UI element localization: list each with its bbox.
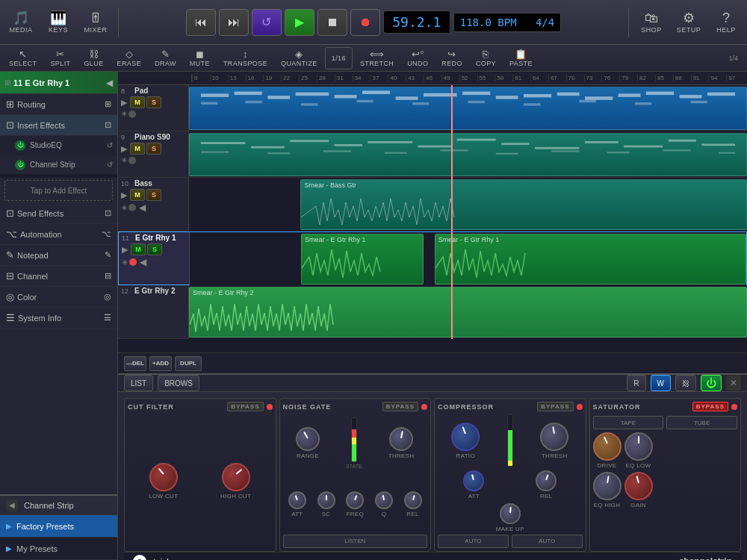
rewind-button[interactable]: ⏮ — [186, 9, 216, 36]
clip-egtr1-2[interactable]: Smear - E Gtr Rhy 1 — [435, 234, 746, 284]
track-content-egtr1[interactable]: Smear - E Gtr Rhy 1 Smear - E Gtr Rhy 1 — [190, 232, 746, 286]
track-egtr1-arrow[interactable]: ▶ — [122, 245, 128, 255]
play-button[interactable]: ▶ — [285, 9, 314, 36]
track-pad-record-dot[interactable] — [128, 111, 136, 118]
high-cut-knob[interactable] — [222, 463, 250, 491]
list-button[interactable]: LIST — [124, 375, 153, 391]
preset-item-my-presets[interactable]: ▶ My Presets — [0, 538, 117, 560]
undo-tool[interactable]: ↩°UNDO — [401, 47, 434, 69]
forward-button[interactable]: ⏭ — [219, 9, 249, 36]
duplicate-button[interactable]: DUPL — [175, 356, 202, 371]
select-tool[interactable]: ↖SELECT — [3, 47, 43, 69]
sidebar-item-notepad[interactable]: ✎ Notepad ✎ — [0, 245, 117, 266]
clip-egtr2[interactable]: Smear - E Gtr Rhy 2 — [189, 287, 747, 337]
noise-gate-bypass[interactable]: BYPASS — [382, 402, 418, 411]
preset-collapse-button[interactable]: ◀ — [6, 500, 18, 511]
toolbar-mixer[interactable]: 🎚 MIXER — [78, 2, 114, 43]
sidebar-item-color[interactable]: ◎ Color ◎ — [0, 287, 117, 308]
makeup-knob[interactable] — [500, 503, 521, 524]
track-pad-mute[interactable]: M — [130, 96, 145, 108]
track-content-bass[interactable]: Smear - Bass Gtr — [189, 178, 747, 231]
track-bass-record-dot[interactable] — [128, 204, 136, 211]
copy-tool[interactable]: ⎘COPY — [470, 47, 502, 69]
add-effect-button[interactable]: Tap to Add Effect — [4, 180, 113, 201]
low-cut-knob[interactable] — [149, 463, 178, 491]
track-egtr1-mute[interactable]: M — [131, 243, 146, 255]
delete-button[interactable]: —DEL — [124, 356, 146, 371]
track-bass-arrow[interactable]: ▶ — [121, 190, 127, 200]
plugin-studio-eq[interactable]: ⏻ StudioEQ ↺ — [0, 136, 117, 155]
compressor-bypass[interactable]: BYPASS — [537, 402, 573, 411]
thresh-comp-knob[interactable] — [540, 423, 568, 451]
track-bass-solo[interactable]: S — [146, 189, 161, 201]
toolbar-keys[interactable]: 🎹 KEYS — [40, 2, 76, 43]
track-piano-record-dot[interactable] — [128, 157, 136, 164]
draw-tool[interactable]: ✎DRAW — [149, 47, 182, 69]
rel-ng-knob[interactable] — [404, 491, 422, 509]
plugin-channel-strip[interactable]: ⏻ Channel Strip ↺ — [0, 155, 117, 175]
eq-high-knob[interactable] — [593, 472, 622, 500]
record-button[interactable]: ⏺ — [350, 9, 380, 36]
brows-button[interactable]: BROWS — [158, 375, 199, 391]
att-ng-knob[interactable] — [288, 491, 306, 509]
studio-eq-power[interactable]: ⏻ — [15, 140, 25, 151]
eq-low-knob[interactable] — [624, 432, 653, 461]
power-button[interactable]: ⏻ — [701, 375, 722, 391]
track-bass-mute[interactable]: M — [130, 189, 145, 201]
range-knob[interactable] — [296, 427, 320, 451]
transpose-tool[interactable]: ↕TRANSPOSE — [217, 47, 273, 69]
track-piano-mute[interactable]: M — [130, 143, 145, 155]
track-pad-solo[interactable]: S — [146, 96, 161, 108]
auto-makeup-button[interactable]: AUTO — [512, 535, 583, 548]
listen-button[interactable]: LISTEN — [283, 535, 428, 548]
clip-bass[interactable]: Smear - Bass Gtr — [300, 179, 747, 230]
track-piano-arrow[interactable]: ▶ — [121, 144, 127, 154]
auto-button[interactable]: AUTO — [438, 535, 509, 548]
freq-knob[interactable] — [346, 491, 364, 509]
gain-knob[interactable] — [624, 472, 653, 500]
track-egtr1-solo[interactable]: S — [147, 243, 162, 255]
erase-tool[interactable]: ◇ERASE — [111, 47, 148, 69]
chain-button[interactable]: ⛓ — [675, 375, 696, 391]
add-button[interactable]: +ADD — [149, 356, 172, 371]
quantize-value[interactable]: 1/16 — [325, 47, 353, 69]
stretch-tool[interactable]: ⟺STRETCH — [354, 47, 400, 69]
track-content-piano[interactable] — [189, 131, 747, 178]
split-tool[interactable]: ✂SPLIT — [44, 47, 76, 69]
glue-tool[interactable]: ⛓GLUE — [78, 47, 109, 69]
quantize-tool[interactable]: ◈QUANTIZE — [275, 47, 323, 69]
clip-pad[interactable] — [189, 87, 747, 130]
clip-piano[interactable] — [189, 133, 747, 176]
track-content-egtr2[interactable]: Smear - E Gtr Rhy 2 — [189, 285, 747, 339]
toolbar-setup[interactable]: ⚙ SETUP — [671, 2, 707, 43]
q-knob[interactable] — [375, 491, 393, 509]
track-content-pad[interactable] — [189, 85, 747, 131]
sidebar-item-channel[interactable]: ⊟ Channel ⊟ — [0, 266, 117, 287]
tube-button[interactable]: TUBE — [666, 416, 737, 429]
rel-comp-knob[interactable] — [536, 470, 557, 491]
track-egtr1-record-dot[interactable] — [129, 258, 137, 266]
selected-track-header[interactable]: ⊞ 11 E Gtr Rhy 1 ◀ — [0, 72, 117, 94]
clip-egtr1-1[interactable]: Smear - E Gtr Rhy 1 — [301, 234, 424, 284]
drive-knob[interactable] — [593, 432, 622, 461]
track-pad-arrow[interactable]: ▶ — [121, 98, 127, 108]
loop-button[interactable]: ↺ — [252, 9, 282, 36]
saturator-bypass[interactable]: BYPASS — [692, 402, 728, 411]
tape-button[interactable]: TAPE — [593, 416, 664, 429]
mute-tool[interactable]: ◼MUTE — [184, 47, 216, 69]
sc-knob[interactable] — [317, 491, 335, 509]
w-button[interactable]: W — [651, 375, 671, 391]
att-comp-knob[interactable] — [463, 470, 484, 491]
preset-item-factory[interactable]: ▶ Factory Presets — [0, 515, 117, 538]
track-piano-solo[interactable]: S — [146, 143, 161, 155]
sidebar-item-automation[interactable]: ⌥ Automation ⌥ — [0, 224, 117, 245]
sidebar-item-insert-effects[interactable]: ⊡ Insert Effects ⊡ — [0, 115, 117, 136]
stop-button[interactable]: ⏹ — [317, 9, 347, 36]
thresh-knob[interactable] — [389, 427, 413, 451]
channel-strip-power[interactable]: ⏻ — [15, 160, 25, 170]
sidebar-item-routing[interactable]: ⊞ Routing ⊞ — [0, 94, 117, 115]
redo-tool[interactable]: ↪REDO — [436, 47, 468, 69]
cut-filter-bypass[interactable]: BYPASS — [227, 402, 263, 411]
paste-tool[interactable]: 📋PASTE — [503, 47, 539, 69]
ratio-knob[interactable] — [451, 423, 480, 451]
